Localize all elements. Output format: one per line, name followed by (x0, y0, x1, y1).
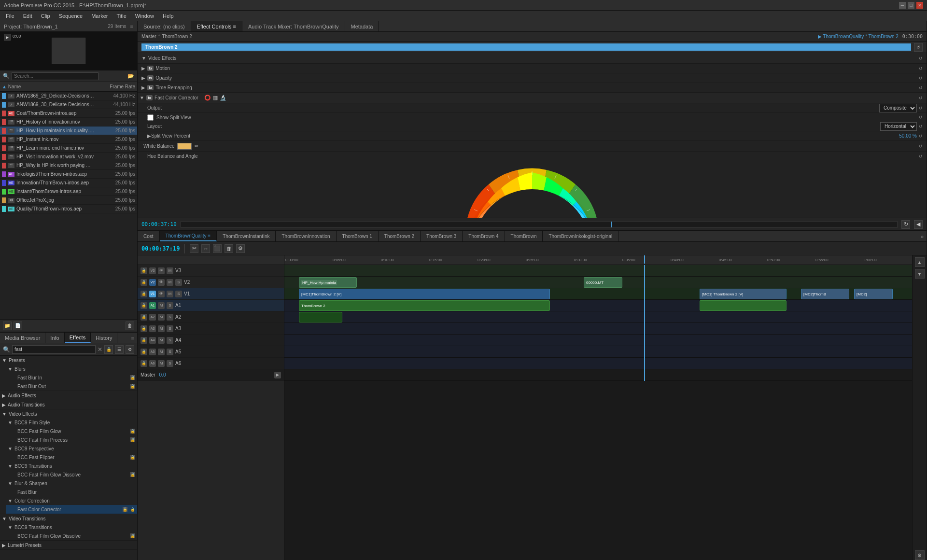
list-item[interactable]: 🎬 HP_History of innovation.mov 25.00 fps (0, 118, 137, 126)
lock-a3[interactable]: 🔒 (140, 325, 147, 332)
lock-a4[interactable]: 🔒 (140, 337, 147, 344)
effects-search-input[interactable] (12, 345, 96, 354)
tab-thombrown1[interactable]: ThomBrown 1 (337, 231, 379, 241)
bcc9-vtrans-header[interactable]: ▼ BCC9 Transitions (6, 523, 137, 532)
maximize-button[interactable]: □ (908, 2, 914, 9)
solo-a2[interactable]: S (167, 314, 173, 321)
hue-balance-reset[interactable]: ↺ (919, 154, 923, 159)
tab-thombrown3[interactable]: ThomBrown 3 (421, 231, 463, 241)
mute-a2[interactable]: M (158, 314, 165, 321)
audio-transitions-header[interactable]: ▶ Audio Transitions (0, 400, 137, 409)
timeline-expand-icon[interactable]: » (918, 234, 927, 239)
menu-file[interactable]: File (2, 12, 18, 20)
menu-window[interactable]: Window (131, 12, 158, 20)
lock-v1[interactable]: 🔒 (140, 291, 147, 297)
effects-filter-btn1[interactable]: 🔒 (104, 345, 113, 354)
solo-a5[interactable]: S (167, 349, 173, 355)
eye-v3[interactable]: 👁 (158, 267, 165, 274)
list-item[interactable]: ♪ ANW1869_30_Delicate-Decisions-6-(Sting… (0, 100, 137, 109)
preview-play-button[interactable]: ▶ (4, 34, 11, 41)
v3-track[interactable] (284, 265, 912, 277)
fcc-reset[interactable]: ↺ (919, 96, 923, 100)
lock-a5[interactable]: 🔒 (140, 349, 147, 355)
tab-thombrown[interactable]: ThomBrown (505, 231, 543, 241)
effect-bcc-fast-process[interactable]: BCC Fast Film Process 🔒 (6, 435, 137, 444)
tab-effects[interactable]: Effects (65, 333, 91, 343)
a4-track[interactable] (284, 335, 912, 346)
target-v2[interactable]: V2 (149, 279, 156, 286)
bcc9-film-header[interactable]: ▼ BCC9 Film Style (6, 418, 137, 427)
effect-fast-blur[interactable]: Fast Blur (6, 488, 137, 496)
a5-track[interactable] (284, 346, 912, 358)
blur-sharpen-header[interactable]: ▼ Blur & Sharpen (6, 479, 137, 488)
lumetri-header[interactable]: ▶ Lumetri Presets (0, 541, 137, 549)
mute-a1[interactable]: M (158, 302, 165, 309)
list-item[interactable]: AE Quality/ThomBrown-intros.aep 25.00 fp… (0, 205, 137, 213)
mute-a3[interactable]: M (158, 325, 165, 332)
lock-v2[interactable]: 🔒 (140, 279, 147, 286)
target-a5[interactable]: A5 (149, 349, 156, 355)
solo-a6[interactable]: S (167, 360, 173, 367)
ec-loop-btn[interactable]: ↻ (901, 220, 910, 229)
target-v1[interactable]: V1 (149, 291, 156, 297)
clip-v2-2[interactable]: 00000.MT (584, 277, 622, 288)
list-item[interactable]: ♪ ANW1869_29_Delicate-Decisions-5-(Sting… (0, 92, 137, 100)
tab-media-browser[interactable]: Media Browser (0, 333, 45, 343)
new-bin-button[interactable]: 📁 (3, 322, 12, 330)
audio-effects-header[interactable]: ▶ Audio Effects (0, 391, 137, 400)
menu-sequence[interactable]: Sequence (55, 12, 87, 20)
clip-v1-3[interactable]: [MC2]ThomB (801, 289, 849, 299)
ripple-tool[interactable]: ↔ (201, 244, 210, 253)
tab-thombrown-quality[interactable]: ThomBrownQuality ≡ (160, 231, 217, 241)
target-a4[interactable]: A4 (149, 337, 156, 344)
tab-source[interactable]: Source: (no clips) (138, 21, 191, 31)
clip-v1-1[interactable]: [MC1]ThomBrown 2 [V] (299, 289, 550, 299)
ec-prev-btn[interactable]: ◀ (914, 220, 923, 229)
motion-reset[interactable]: ↺ (919, 66, 923, 71)
a6-track[interactable] (284, 358, 912, 369)
list-item[interactable]: AE Inkologist/ThomBrown-intros.aep 25.00… (0, 170, 137, 179)
clip-a1-1[interactable]: ThomBrown 2 (299, 300, 550, 311)
lock-a2[interactable]: 🔒 (140, 314, 147, 321)
output-reset[interactable]: ↺ (919, 106, 923, 111)
layout-select[interactable]: Horizontal Vertical (880, 122, 917, 131)
list-item[interactable]: 🎬 HP_Visit Innovation at work_v2.mov 25.… (0, 153, 137, 161)
solo-a3[interactable]: S (167, 325, 173, 332)
tab-effect-controls[interactable]: Effect Controls ≡ (191, 21, 242, 31)
split-view-pct-value[interactable]: 50.00 % (899, 133, 917, 139)
tab-thombrown-innovation[interactable]: ThomBrownInnovation (276, 231, 336, 241)
video-trans-header[interactable]: ▼ Video Transitions (0, 514, 137, 523)
section-menu[interactable]: ↺ (919, 56, 923, 61)
expand-v2[interactable]: S (175, 279, 182, 286)
effects-menu-icon[interactable]: ≡ (128, 335, 137, 341)
mute-a4[interactable]: M (158, 337, 165, 344)
layout-reset[interactable]: ↺ (919, 124, 923, 129)
tab-info[interactable]: Info (45, 333, 64, 343)
effect-bcc-glow-dissolve[interactable]: BCC Fast Film Glow Dissolve 🔒 (6, 470, 137, 479)
clip-a2-1[interactable] (299, 312, 342, 322)
effect-fast-blur-out[interactable]: Fast Blur Out 🔒 (6, 382, 137, 391)
menu-edit[interactable]: Edit (19, 12, 36, 20)
effects-filter-btn3[interactable]: ⚙ (126, 345, 134, 354)
scroll-up-btn[interactable]: ▲ (915, 257, 925, 267)
mute-v3[interactable]: M (167, 267, 173, 274)
opacity-reset[interactable]: ↺ (919, 76, 923, 81)
effects-search-clear[interactable]: ✕ (98, 346, 102, 353)
expand-v1[interactable]: S (175, 291, 182, 297)
settings-btn[interactable]: ⚙ (915, 550, 925, 560)
solo-a4[interactable]: S (167, 337, 173, 344)
target-a1[interactable]: A1 (149, 302, 156, 309)
effect-bcc-flipper[interactable]: BCC Fast Flipper 🔒 (6, 453, 137, 462)
project-search-input[interactable] (12, 72, 98, 80)
list-item[interactable]: 🎬 HP_Learn more end frame.mov 25.00 fps (0, 144, 137, 153)
v2-track[interactable]: HP_How Hp mainta 00000.MT (284, 277, 912, 288)
tab-metadata[interactable]: Metadata (345, 21, 379, 31)
eye-v2[interactable]: 👁 (158, 279, 165, 286)
mute-v1[interactable]: M (167, 291, 173, 297)
tab-history[interactable]: History (91, 333, 117, 343)
menu-help[interactable]: Help (159, 12, 178, 20)
minimize-button[interactable]: ─ (899, 2, 906, 9)
effect-bcc-glow-dissolve-2[interactable]: BCC Fast Film Glow Dissolve 🔒 (6, 532, 137, 540)
color-wheel-svg[interactable] (464, 163, 600, 218)
bcc9-trans-header[interactable]: ▼ BCC9 Transitions (6, 462, 137, 470)
